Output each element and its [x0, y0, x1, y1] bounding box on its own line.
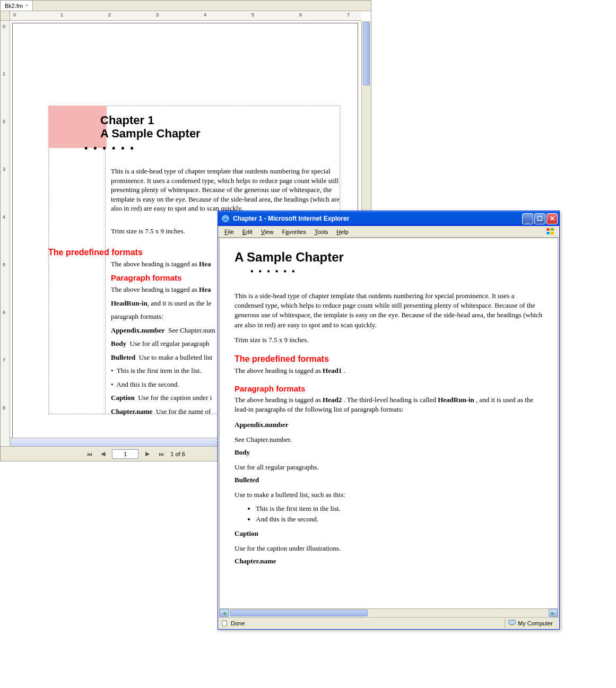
menu-edit[interactable]: Edit [238, 228, 257, 236]
first-page-button[interactable]: ⏮ [84, 449, 94, 459]
bulleted-list: This is the first item in the list. And … [256, 504, 543, 524]
body-line: The above heading is tagged as Head2 . T… [235, 395, 543, 414]
sidehead-highlight [48, 106, 107, 148]
minimize-button[interactable]: _ [522, 213, 533, 224]
page-count: 1 of 6 [170, 451, 185, 457]
document-tab-bar: Bk2.fm × [1, 1, 371, 11]
close-icon[interactable]: × [25, 3, 28, 8]
ie-app-icon [221, 214, 230, 223]
svg-rect-3 [511, 624, 513, 625]
menu-bar: File Edit View Favorites Tools Help [218, 226, 559, 238]
body-paragraph: This is a side-head type of chapter temp… [111, 167, 340, 217]
scrollbar-thumb[interactable] [230, 609, 368, 616]
zone-indicator[interactable]: My Computer [505, 619, 556, 628]
maximize-button[interactable]: ☐ [534, 213, 545, 224]
throbber-icon [544, 227, 557, 237]
def-term: Body [235, 448, 543, 457]
tab-label: Bk2.fm [5, 3, 23, 9]
scroll-right-button[interactable]: ▶ [549, 609, 558, 617]
status-text: Done [231, 620, 245, 626]
decorative-dots: • • • • • • [84, 143, 135, 154]
horizontal-scrollbar[interactable]: ◀ ▶ [219, 609, 558, 618]
scrollbar-thumb[interactable] [363, 22, 370, 85]
heading-1: The predefined formats [235, 354, 543, 364]
status-bar: Done My Computer [219, 618, 558, 628]
def-body: Use for the caption under illustrations. [235, 544, 543, 553]
body-line: The above heading is tagged as Head1 . [235, 366, 543, 376]
menu-favorites[interactable]: Favorites [277, 228, 310, 236]
menu-help[interactable]: Help [332, 228, 353, 236]
browser-viewport[interactable]: A Sample Chapter • • • • • • This is a s… [219, 238, 558, 609]
horizontal-ruler[interactable]: 0 1 2 3 4 5 6 7 [10, 11, 361, 21]
window-buttons: _ ☐ ✕ [522, 213, 558, 224]
heading-2: Paragraph formats [111, 273, 181, 282]
prev-page-button[interactable]: ◀ [98, 449, 108, 459]
ruler-corner [1, 11, 10, 21]
page-input[interactable] [112, 449, 138, 459]
menu-tools[interactable]: Tools [310, 228, 333, 236]
def-term: Appendix.number [235, 420, 543, 430]
heading-1: The predefined formats [48, 248, 143, 257]
decorative-dots: • • • • • • [250, 267, 543, 276]
document-tab[interactable]: Bk2.fm × [1, 1, 33, 11]
scroll-left-button[interactable]: ◀ [220, 609, 229, 617]
page-icon [221, 620, 229, 627]
heading-2: Paragraph formats [235, 384, 543, 393]
list-item: This is the first item in the list. [256, 504, 543, 513]
def-term: Chapter.name [235, 556, 543, 566]
close-button[interactable]: ✕ [546, 213, 558, 224]
vertical-ruler[interactable]: 0 1 2 3 4 5 6 7 8 [1, 21, 10, 446]
window-title: Chapter 1 - Microsoft Internet Explorer [233, 215, 522, 222]
last-page-button[interactable]: ⏭ [157, 449, 166, 459]
svg-point-0 [222, 215, 229, 222]
def-body: Use for all regular paragraphs. [235, 463, 543, 472]
next-page-button[interactable]: ▶ [143, 449, 152, 459]
my-computer-icon [508, 620, 516, 627]
chapter-title: A Sample Chapter [100, 127, 201, 141]
list-item: And this is the second. [256, 515, 543, 524]
svg-rect-2 [509, 620, 515, 624]
body-paragraph: This is a side-head type of chapter temp… [235, 291, 543, 330]
def-term: Bulleted [235, 475, 543, 485]
menu-view[interactable]: View [257, 228, 278, 236]
def-body: Use to make a bulleted list, such as thi… [235, 490, 543, 500]
def-term: Caption [235, 529, 543, 538]
ie-window: Chapter 1 - Microsoft Internet Explorer … [218, 211, 560, 630]
chapter-number: Chapter 1 [100, 114, 154, 127]
menu-file[interactable]: File [220, 228, 238, 236]
trim-paragraph: Trim size is 7.5 x 9 inches. [235, 335, 543, 345]
title-bar[interactable]: Chapter 1 - Microsoft Internet Explorer … [218, 211, 559, 226]
page-heading: A Sample Chapter [235, 250, 543, 265]
def-body: See Chapter.number. [235, 435, 543, 445]
